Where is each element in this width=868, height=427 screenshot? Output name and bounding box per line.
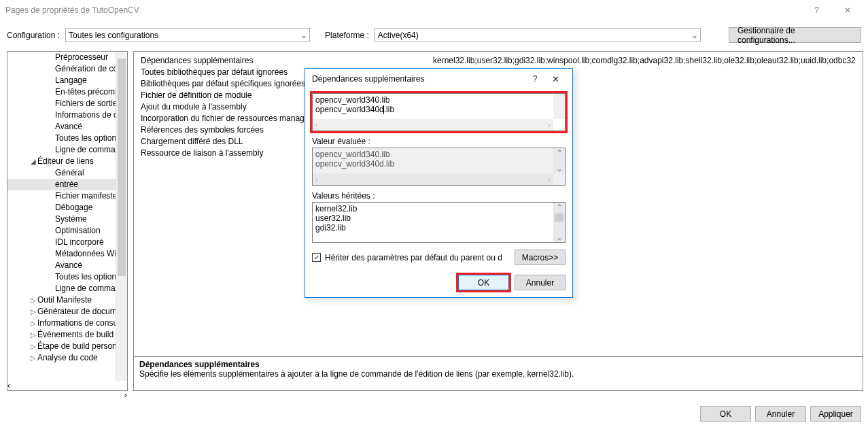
configuration-label: Configuration :	[7, 31, 60, 40]
cancel-button[interactable]: Annuler	[755, 406, 806, 422]
tree-item-label: Général	[55, 168, 84, 177]
platform-label: Plateforme :	[325, 31, 369, 40]
prop-value: kernel32.lib;user32.lib;gdi32.lib;winspo…	[433, 56, 856, 65]
tree-item[interactable]: Général	[7, 167, 127, 179]
caret-closed-icon: ▷	[29, 330, 37, 340]
tree-item[interactable]: Toutes les options	[7, 133, 127, 144]
configuration-value: Toutes les configurations	[69, 31, 158, 40]
tree-item-label: Toutes les options	[55, 133, 120, 143]
description-title: Dépendances supplémentaires	[139, 360, 857, 369]
tree-item[interactable]: Débogage	[7, 202, 127, 214]
platform-dropdown[interactable]: Active(x64) ⌄	[375, 28, 701, 42]
help-button[interactable]: ?	[801, 0, 832, 20]
tree-item-label: Informations de consultation	[37, 318, 127, 328]
config-manager-button[interactable]: Gestionnaire de configurations...	[729, 27, 861, 43]
tree-item[interactable]: IDL incorporé	[7, 237, 127, 248]
tree-item[interactable]: ▷Générateur de documents	[7, 306, 127, 318]
tree-item-label: Fichier manifeste	[55, 191, 117, 201]
inherit-label: Hériter des paramètres par défaut du par…	[325, 253, 502, 262]
window-title: Pages de propriétés de TutoOpenCV	[5, 5, 139, 15]
tree-item[interactable]: ▷Analyse du code	[7, 352, 127, 364]
tree-item[interactable]: ◢Éditeur de liens	[7, 156, 127, 167]
tree-item[interactable]: ▷Outil Manifeste	[7, 294, 127, 306]
tree-item[interactable]: Génération de code	[7, 63, 127, 75]
tree-item-label: Générateur de documents	[37, 307, 127, 316]
tree-item-label: Étape de build personnalisée	[37, 341, 127, 351]
tree-item[interactable]: Métadonnées Windows	[7, 248, 127, 260]
dialog-title: Dépendances supplémentaires	[312, 74, 424, 84]
editbox-hscrollbar[interactable]: ‹›	[313, 119, 553, 131]
evaluated-label: Valeur évaluée :	[312, 137, 566, 146]
tree-item[interactable]: Toutes les options	[7, 271, 127, 283]
tree-item[interactable]: ▷Étape de build personnalisée	[7, 341, 127, 352]
tree-item-label: IDL incorporé	[55, 237, 104, 247]
dialog-help-button[interactable]: ?	[525, 69, 545, 89]
tree-item[interactable]: Avancé	[7, 260, 127, 271]
tree-panel: PréprocesseurGénération de codeLangageEn…	[7, 51, 128, 391]
chevron-up-icon: ⌃	[553, 148, 565, 158]
evalbox-vscrollbar[interactable]: ⌃ ⌄	[553, 148, 565, 173]
tree-hscrollbar[interactable]: ‹ ›	[7, 381, 127, 390]
inherited-box: kernel32.lib user32.lib gdi32.lib ⌃ ⌄	[312, 202, 566, 243]
editbox-vscrollbar[interactable]	[553, 94, 565, 119]
chevron-down-icon: ⌄	[553, 233, 565, 242]
dialog-ok-button[interactable]: OK	[458, 275, 509, 290]
caret-closed-icon: ▷	[29, 341, 37, 352]
dialog-cancel-button[interactable]: Annuler	[515, 275, 566, 290]
tree-item-label: Fichiers de sortie	[55, 99, 117, 108]
tree-item[interactable]: Informations de consultation	[7, 109, 127, 121]
eval-line: opencv_world340d.lib	[315, 159, 553, 169]
tree-item-label: Éditeur de liens	[37, 156, 94, 166]
chevron-up-icon: ⌃	[553, 203, 565, 212]
close-button[interactable]: ✕	[832, 0, 863, 20]
tree-item[interactable]: Optimisation	[7, 225, 127, 237]
chevron-right-icon: ›	[124, 390, 127, 400]
inherit-checkbox[interactable]: ✓	[312, 253, 321, 262]
tree-item[interactable]: En-têtes précompilés	[7, 86, 127, 98]
tree-item-label: Toutes les options	[55, 272, 120, 281]
caret-closed-icon: ▷	[29, 295, 37, 305]
inh-line: user32.lib	[315, 214, 553, 223]
evalbox-hscrollbar[interactable]: ‹›	[313, 173, 553, 185]
tree-item-label: Langage	[55, 75, 87, 85]
tree-item-label: Débogage	[55, 203, 92, 212]
chevron-down-icon: ⌄	[298, 29, 309, 41]
inh-line: gdi32.lib	[315, 223, 553, 233]
dialog-close-button[interactable]: ✕	[545, 69, 566, 89]
evaluated-box: opencv_world340.lib opencv_world340d.lib…	[312, 148, 566, 186]
tree-item[interactable]: ▷Événements de build	[7, 329, 127, 341]
dialog-titlebar: Dépendances supplémentaires ? ✕	[305, 69, 572, 89]
inh-line: kernel32.lib	[315, 204, 553, 214]
edit-line: opencv_world340.lib	[315, 95, 553, 105]
configuration-dropdown[interactable]: Toutes les configurations ⌄	[65, 28, 310, 42]
platform-value: Active(x64)	[378, 31, 419, 40]
caret-closed-icon: ▷	[29, 307, 37, 317]
inhbox-vscrollbar[interactable]: ⌃ ⌄	[553, 203, 565, 242]
tree-item[interactable]: Langage	[7, 75, 127, 86]
chevron-down-icon: ⌄	[553, 164, 565, 173]
tree-item[interactable]: Ligne de commande	[7, 283, 127, 294]
tree-item[interactable]: Préprocesseur	[7, 52, 127, 63]
tree-item[interactable]: entrée	[7, 179, 127, 190]
macros-button[interactable]: Macros>>	[515, 250, 566, 265]
tree-item[interactable]: Avancé	[7, 121, 127, 133]
tree-item-label: Avancé	[55, 260, 82, 270]
tree-item-label: entrée	[55, 180, 78, 189]
tree-item[interactable]: Ligne de commande	[7, 144, 127, 156]
prop-row[interactable]: Dépendances supplémentaireskernel32.lib;…	[141, 54, 856, 66]
tree-vscrollbar[interactable]	[116, 52, 127, 381]
ok-button[interactable]: OK	[700, 406, 751, 422]
tree[interactable]: PréprocesseurGénération de codeLangageEn…	[7, 52, 127, 381]
apply-button[interactable]: Appliquer	[810, 406, 861, 422]
tree-item[interactable]: Fichiers de sortie	[7, 98, 127, 109]
tree-item-label: Avancé	[55, 122, 82, 131]
tree-item[interactable]: Fichier manifeste	[7, 190, 127, 202]
description-panel: Dépendances supplémentaires Spécifie les…	[134, 356, 863, 390]
tree-item[interactable]: Système	[7, 214, 127, 225]
caret-closed-icon: ▷	[29, 353, 37, 363]
tree-item[interactable]: ▷Informations de consultation	[7, 318, 127, 329]
description-text: Spécifie les éléments supplémentaires à …	[139, 369, 857, 379]
dependencies-editbox[interactable]: opencv_world340.lib opencv_world340d.lib…	[312, 93, 566, 131]
tree-item-label: Optimisation	[55, 226, 101, 235]
tree-item-label: Analyse du code	[37, 353, 98, 362]
